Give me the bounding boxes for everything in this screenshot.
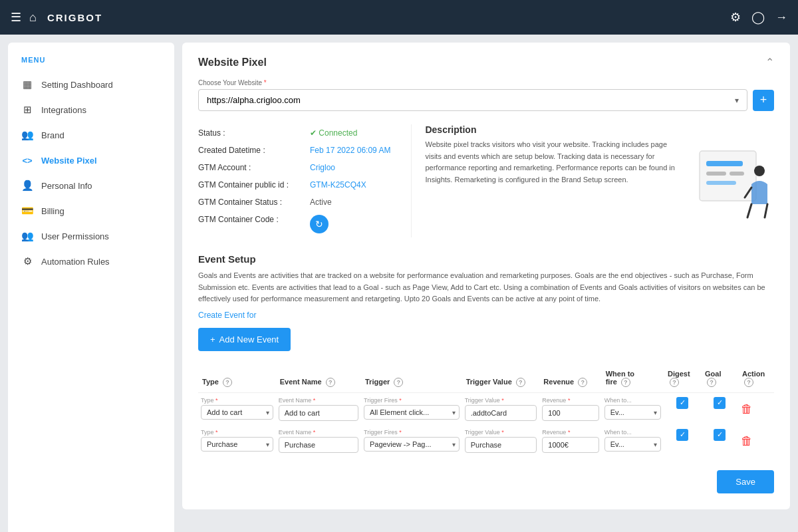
row2-goal-cell: ✓ — [701, 425, 738, 457]
when-to-fire-help-icon[interactable]: ? — [621, 378, 630, 387]
status-dot: ✔ — [310, 128, 319, 138]
add-event-label: Add New Event — [219, 334, 279, 344]
logout-icon[interactable]: → — [775, 11, 787, 25]
app-logo: CRIGBOT — [47, 12, 722, 23]
row1-goal-cell: ✓ — [701, 392, 738, 425]
digest-help-icon[interactable]: ? — [670, 378, 679, 387]
event-setup-description: Goals and Events are activities that are… — [198, 270, 774, 305]
row2-type-select[interactable]: Add to cart Purchase — [201, 437, 273, 452]
sidebar-item-personal-info[interactable]: 👤 Personal Info — [8, 173, 174, 198]
row1-type-cell: Type * Add to cart Purchase ▾ — [198, 392, 276, 425]
row2-revenue-cell: Revenue * — [539, 425, 601, 457]
sidebar-label-billing: Billing — [41, 206, 65, 216]
svg-point-5 — [754, 166, 765, 176]
trigger-value-help-icon[interactable]: ? — [516, 378, 525, 387]
row1-when-to-select[interactable]: Ev... — [604, 405, 661, 420]
row2-trigger-select-wrapper: Pageview -> Pag... ▾ — [364, 437, 460, 452]
row1-revenue-input[interactable] — [542, 405, 598, 421]
user-icon[interactable]: ◯ — [751, 10, 765, 25]
row1-trigger-value-cell: Trigger Value * — [462, 392, 540, 425]
row1-event-name-label: Event Name * — [279, 397, 358, 404]
illustration-svg — [693, 141, 773, 221]
gtm-container-code-row: GTM Container Code : ↻ — [198, 211, 411, 237]
sidebar-item-website-pixel[interactable]: <> Website Pixel — [8, 148, 174, 173]
website-pixel-icon: <> — [21, 154, 33, 166]
row2-type-cell: Type * Add to cart Purchase ▾ — [198, 425, 276, 457]
gtm-container-public-id-value: GTM-K25CQ4X — [310, 180, 366, 190]
settings-icon[interactable]: ⚙ — [730, 10, 741, 25]
main-card: Website Pixel ⌃ Choose Your Website * ht… — [182, 43, 790, 509]
row2-type-select-wrapper: Add to cart Purchase ▾ — [201, 437, 273, 452]
revenue-help-icon[interactable]: ? — [578, 378, 587, 387]
row1-revenue-cell: Revenue * — [539, 392, 601, 425]
row1-revenue-group: Revenue * — [542, 397, 598, 421]
row2-revenue-input[interactable] — [542, 437, 598, 453]
row1-type-label: Type * — [201, 397, 273, 404]
row1-type-select[interactable]: Add to cart Purchase — [201, 405, 273, 420]
row1-trigger-group: Trigger Fires * All Element click... ▾ — [364, 397, 460, 420]
sidebar-menu-label: MENU — [8, 56, 174, 72]
trigger-help-icon[interactable]: ? — [394, 378, 403, 387]
row2-goal-checkbox[interactable]: ✓ — [714, 429, 726, 441]
status-value: ✔ Connected — [310, 128, 357, 138]
row2-when-to-group: When to... Ev... ▾ — [604, 429, 661, 452]
row1-event-name-group: Event Name * — [279, 397, 358, 421]
row1-digest-checkbox[interactable]: ✓ — [676, 397, 688, 409]
website-select[interactable]: https://alpha.crigloo.com ▾ — [198, 89, 747, 111]
row2-digest-checkbox[interactable]: ✓ — [676, 429, 688, 441]
sidebar-item-user-permissions[interactable]: 👥 User Permissions — [8, 223, 174, 249]
row2-when-to-cell: When to... Ev... ▾ — [602, 425, 664, 457]
row1-trigger-value-label: Trigger Value * — [465, 397, 537, 404]
table-header-row: Type ? Event Name ? Trigger ? Trigger Va… — [198, 364, 774, 393]
row2-trigger-select[interactable]: Pageview -> Pag... — [364, 437, 460, 452]
row1-when-to-cell: When to... Ev... ▾ — [602, 392, 664, 425]
info-grid: Status : ✔ Connected Created Datetime : … — [198, 124, 774, 237]
gtm-container-status-value: Active — [310, 198, 332, 207]
hamburger-icon[interactable]: ☰ — [11, 10, 21, 25]
row1-event-name-input[interactable] — [279, 405, 358, 421]
action-help-icon[interactable]: ? — [744, 378, 753, 387]
row2-when-to-select-wrapper: Ev... ▾ — [604, 437, 661, 452]
sidebar-item-setting-dashboard[interactable]: ▦ Setting Dashboard — [8, 72, 174, 97]
event-table: Type ? Event Name ? Trigger ? Trigger Va… — [198, 364, 774, 457]
col-header-type: Type ? — [198, 364, 276, 393]
gtm-container-public-id-row: GTM Container public id : GTM-K25CQ4X — [198, 176, 411, 194]
row2-trigger-value-label: Trigger Value * — [465, 429, 537, 436]
add-new-event-button[interactable]: + Add New Event — [198, 328, 291, 351]
row2-trigger-value-input[interactable] — [465, 437, 537, 453]
type-help-icon[interactable]: ? — [223, 378, 232, 387]
row1-trigger-select[interactable]: All Element click... — [364, 405, 460, 420]
row1-trigger-value-input[interactable] — [465, 405, 537, 421]
row2-delete-button[interactable]: 🗑 — [741, 429, 753, 448]
save-button[interactable]: Save — [717, 470, 774, 493]
svg-line-7 — [765, 204, 767, 217]
gtm-code-button[interactable]: ↻ — [310, 215, 329, 233]
row2-revenue-label: Revenue * — [542, 429, 598, 436]
row2-event-name-input[interactable] — [279, 437, 358, 453]
sidebar-item-billing[interactable]: 💳 Billing — [8, 198, 174, 223]
sidebar-item-automation-rules[interactable]: ⚙ Automation Rules — [8, 249, 174, 274]
choose-website-label: Choose Your Website * — [198, 79, 774, 86]
row1-trigger-value-group: Trigger Value * — [465, 397, 537, 421]
row2-when-to-select[interactable]: Ev... — [604, 437, 661, 452]
event-name-help-icon[interactable]: ? — [326, 378, 335, 387]
goal-help-icon[interactable]: ? — [707, 378, 716, 387]
sidebar-item-integrations[interactable]: ⊞ Integrations — [8, 97, 174, 122]
row2-event-name-group: Event Name * — [279, 429, 358, 453]
collapse-icon[interactable]: ⌃ — [765, 56, 774, 68]
home-icon[interactable]: ⌂ — [29, 11, 37, 25]
svg-rect-3 — [730, 172, 744, 176]
row1-delete-button[interactable]: 🗑 — [741, 397, 753, 416]
row1-action-cell: 🗑 — [738, 392, 774, 425]
add-website-button[interactable]: + — [753, 90, 774, 111]
row1-when-to-label: When to... — [604, 397, 661, 404]
sidebar-label-personal-info: Personal Info — [41, 181, 92, 191]
gtm-account-row: GTM Account : Crigloo — [198, 159, 411, 176]
row2-event-name-cell: Event Name * — [276, 425, 361, 457]
table-row: Type * Add to cart Purchase ▾ — [198, 425, 774, 457]
sidebar-item-brand[interactable]: 👥 Brand — [8, 122, 174, 148]
row1-goal-checkbox[interactable]: ✓ — [714, 397, 726, 409]
created-datetime-label: Created Datetime : — [198, 146, 305, 155]
event-setup-section: Event Setup Goals and Events are activit… — [198, 253, 774, 493]
website-select-wrapper: https://alpha.crigloo.com ▾ + — [198, 89, 774, 111]
